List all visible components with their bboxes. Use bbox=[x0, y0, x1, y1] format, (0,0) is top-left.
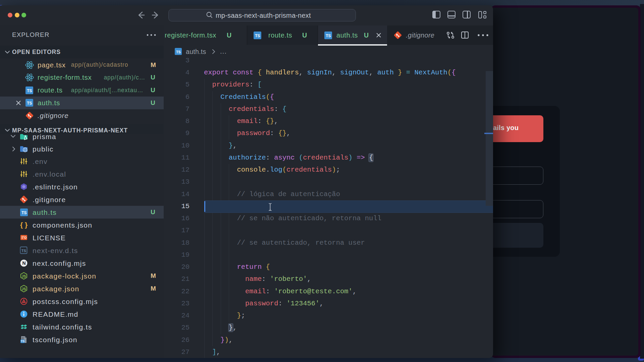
svg-text:JS: JS bbox=[22, 274, 26, 278]
svg-text:TS: TS bbox=[176, 50, 181, 54]
svg-text:TS: TS bbox=[21, 340, 24, 343]
svg-text:{ }: { } bbox=[20, 221, 28, 229]
svg-text:TS: TS bbox=[326, 34, 331, 38]
svg-text:TS: TS bbox=[27, 101, 32, 106]
svg-text:JS: JS bbox=[22, 287, 26, 291]
svg-text:TS: TS bbox=[255, 34, 260, 38]
svg-text:TS: TS bbox=[21, 210, 26, 215]
svg-text:N: N bbox=[22, 260, 26, 266]
svg-text:TS: TS bbox=[27, 88, 32, 93]
svg-text:TS: TS bbox=[21, 249, 26, 253]
